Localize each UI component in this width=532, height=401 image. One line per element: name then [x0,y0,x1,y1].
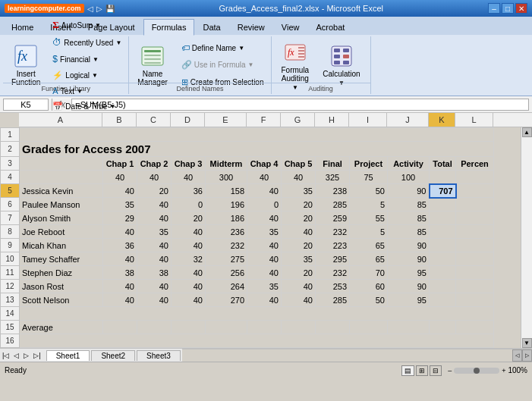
cell-g5[interactable]: 35 [282,184,316,198]
cell-b6[interactable]: 35 [103,198,137,211]
define-name-button[interactable]: 🏷 Define Name ▼ [178,41,268,55]
cell-i4[interactable]: 75 [350,171,388,184]
quick-access-redo[interactable]: ▷ [96,5,102,13]
cell-g11[interactable]: 20 [282,266,316,280]
cell-i9[interactable]: 65 [350,239,388,252]
table-scroll-area[interactable]: 1 2 Grades for Access 2007 3 Chap 1 Chap… [0,127,521,348]
row-num-3[interactable]: 3 [1,157,20,171]
recently-used-dropdown[interactable]: ▼ [115,39,121,46]
page-layout-view-button[interactable]: ⊞ [416,365,428,376]
cell-b8[interactable]: 40 [103,225,137,239]
financial-dropdown[interactable]: ▼ [93,56,99,63]
cell-c12[interactable]: 40 [137,280,172,293]
cell-f6[interactable]: 0 [247,198,282,211]
cell-a3[interactable] [20,157,103,171]
cell-b13[interactable]: 40 [103,293,137,307]
cell-e8[interactable]: 236 [206,225,247,239]
cell-h13[interactable]: 285 [316,293,350,307]
cell-h5[interactable]: 238 [316,184,350,198]
col-header-f[interactable]: F [247,113,281,127]
cell-k7[interactable] [430,211,456,225]
cell-b7[interactable]: 29 [103,211,137,225]
cell-d11[interactable]: 40 [172,266,206,280]
cell-f4[interactable]: 40 [247,171,282,184]
tab-view[interactable]: View [273,18,308,35]
scroll-right-button[interactable]: ▷ [522,349,532,362]
row-num-2[interactable]: 2 [1,142,20,157]
cell-d6[interactable]: 0 [172,198,206,211]
tab-formulas[interactable]: Formulas [143,19,195,36]
normal-view-button[interactable]: ▤ [401,365,414,376]
cell-j13[interactable]: 95 [388,293,430,307]
cell-g8[interactable]: 40 [282,225,316,239]
row-num-15[interactable]: 15 [1,321,20,334]
row-num-16[interactable]: 16 [1,334,20,348]
cell-i5[interactable]: 50 [350,184,388,198]
tab-home[interactable]: Home [3,18,42,35]
cell-d5[interactable]: 36 [172,184,206,198]
cell-g12[interactable]: 40 [282,280,316,293]
cell-a10[interactable]: Tamey Schaffer [20,252,103,266]
cell-l12[interactable] [456,280,494,293]
col-header-b[interactable]: B [102,113,137,127]
zoom-slider-thumb[interactable] [474,368,480,374]
row-num-4[interactable]: 4 [1,171,20,184]
cell-e5[interactable]: 158 [206,184,247,198]
cell-i3[interactable]: Project [350,157,388,171]
cell-c3[interactable]: Chap 2 [137,157,172,171]
row-num-6[interactable]: 6 [1,198,20,211]
cell-l6[interactable] [456,198,494,211]
cell-h12[interactable]: 253 [316,280,350,293]
cell-c6[interactable]: 40 [137,198,172,211]
cell-a5[interactable]: Jessica Kevin [20,184,103,198]
row-num-11[interactable]: 11 [1,266,20,280]
cell-e13[interactable]: 270 [206,293,247,307]
cell-j11[interactable]: 95 [388,266,430,280]
cell-k13[interactable] [430,293,456,307]
cell-k15[interactable] [430,321,456,334]
cell-a6[interactable]: Paulee Manson [20,198,103,211]
cell-g7[interactable]: 20 [282,211,316,225]
sheet-nav-next[interactable]: ▷ [21,352,31,359]
cell-c8[interactable]: 35 [137,225,172,239]
cell-k12[interactable] [430,280,456,293]
date-time-dropdown[interactable]: ▼ [109,103,115,110]
cell-e7[interactable]: 186 [206,211,247,225]
cell-i13[interactable]: 50 [350,293,388,307]
cell-h6[interactable]: 285 [316,198,350,211]
cell-a12[interactable]: Jason Rost [20,280,103,293]
cell-a16[interactable] [20,334,494,348]
col-header-c[interactable]: C [137,113,171,127]
tab-data[interactable]: Data [194,18,228,35]
sheet-nav-prev[interactable]: ◁ [11,352,21,359]
cell-l15[interactable] [456,321,494,334]
cell-d10[interactable]: 32 [172,252,206,266]
cell-h4[interactable]: 325 [316,171,350,184]
cell-l4[interactable] [456,171,494,184]
cell-e10[interactable]: 275 [206,252,247,266]
cell-l11[interactable] [456,266,494,280]
row-num-14[interactable]: 14 [1,307,20,321]
col-header-a[interactable]: A [19,113,102,127]
cell-h3[interactable]: Final [316,157,350,171]
row-num-5[interactable]: 5 [1,184,20,198]
cell-d9[interactable]: 40 [172,239,206,252]
cell-b3[interactable]: Chap 1 [103,157,137,171]
cell-k5[interactable]: 707 [430,184,456,198]
row-num-12[interactable]: 12 [1,280,20,293]
sheet-nav-last[interactable]: ▷| [31,352,42,359]
cell-l13[interactable] [456,293,494,307]
cell-k4[interactable] [430,171,456,184]
cell-d15[interactable] [172,321,206,334]
cell-a13[interactable]: Scott Nelson [20,293,103,307]
cell-l9[interactable] [456,239,494,252]
formula-input[interactable] [71,99,529,111]
row-num-7[interactable]: 7 [1,211,20,225]
cell-k10[interactable] [430,252,456,266]
cell-d8[interactable]: 40 [172,225,206,239]
cell-g10[interactable]: 35 [282,252,316,266]
vertical-scrollbar[interactable]: ▲ ▼ [521,127,532,348]
cell-f11[interactable]: 40 [247,266,282,280]
cell-g15[interactable] [282,321,316,334]
cell-e12[interactable]: 264 [206,280,247,293]
